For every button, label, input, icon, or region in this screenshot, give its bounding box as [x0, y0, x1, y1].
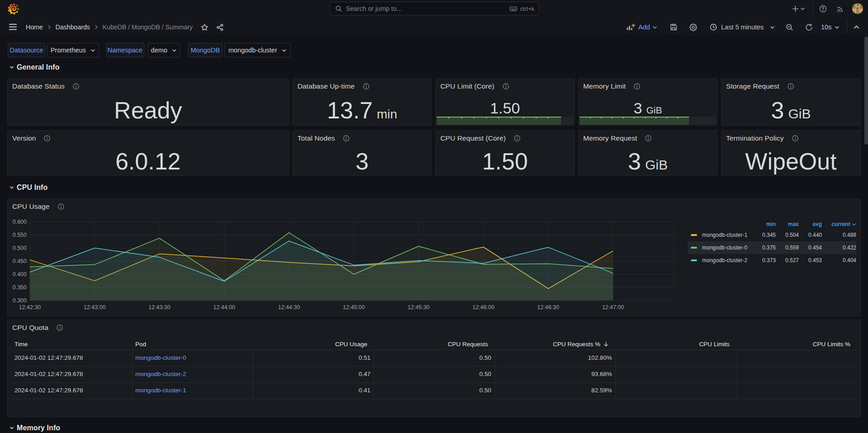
panel-database-status: Database StatusReady [7, 78, 289, 126]
panel-header[interactable]: Memory Request [579, 131, 717, 142]
legend-row-mongodb-cluster-2[interactable]: mongodb-cluster-20.3730.5270.4530.404 [688, 254, 856, 267]
pod-link[interactable]: mongodb-cluster-2 [135, 371, 186, 377]
add-button[interactable]: Add [626, 18, 657, 36]
time-range-picker[interactable]: Last 5 minutes [710, 18, 775, 36]
panel-memory-request: Memory Request3GiB [578, 130, 717, 176]
table-cell-pod[interactable]: mongodb-cluster-2 [135, 366, 250, 382]
add-button-label: Add [638, 24, 650, 31]
grafana-logo[interactable] [7, 3, 19, 15]
pod-link[interactable]: mongodb-cluster-0 [135, 354, 186, 361]
panel-cpu-limit: CPU Limit (Core)1.50 [435, 78, 575, 126]
legend-column-avg[interactable]: avg [799, 220, 822, 229]
variable-select-mongodb[interactable]: mongodb-cluster [224, 43, 291, 57]
panel-title: Database Up-time [297, 82, 355, 90]
table-cell-cpu_limits_pct [739, 382, 854, 399]
panel-title: CPU Limit (Core) [440, 82, 495, 90]
gauge-tick [634, 118, 635, 118]
legend-series-swatch [691, 247, 697, 249]
breadcrumb-home[interactable]: Home [26, 24, 43, 31]
share-icon[interactable] [216, 24, 224, 31]
info-icon[interactable] [73, 83, 79, 89]
favorite-star-icon[interactable] [201, 24, 208, 31]
section-memory-info[interactable]: Memory Info [9, 424, 60, 433]
search-input[interactable]: Search or jump to... ctrl+k [330, 2, 539, 15]
table-cell-cpu_limits_pct [739, 366, 854, 382]
info-icon[interactable] [634, 83, 640, 89]
menu-icon[interactable] [9, 23, 17, 31]
legend-column-max[interactable]: max [776, 220, 799, 229]
info-icon[interactable] [503, 83, 509, 89]
panel-header[interactable]: CPU Limit (Core) [436, 79, 574, 90]
panel-header[interactable]: CPU Quota [8, 320, 860, 332]
breadcrumb-dashboards[interactable]: Dashboards [56, 24, 90, 31]
table-header-cpu_requests_pct[interactable]: CPU Requests % [495, 338, 609, 351]
panel-header[interactable]: Termination Policy [722, 131, 860, 142]
table-header-pod[interactable]: Pod [135, 338, 250, 351]
table-header-cpu_requests[interactable]: CPU Requests [373, 338, 488, 351]
legend-row-mongodb-cluster-1[interactable]: mongodb-cluster-10.3450.5040.4400.489 [688, 229, 856, 241]
panel-title: Storage Request [726, 82, 779, 90]
panel-header[interactable]: Version [8, 131, 288, 142]
panel-header[interactable]: Memory Limit [579, 79, 717, 90]
new-plus-icon[interactable] [792, 5, 799, 12]
table-cell-time: 2024-01-02 12:47:29.678 [14, 382, 129, 399]
info-icon[interactable] [792, 135, 798, 141]
stat-value: 3GiB [579, 147, 717, 175]
zoom-out-icon[interactable] [786, 24, 793, 31]
legend-row-mongodb-cluster-0[interactable]: mongodb-cluster-00.3750.5590.4540.422 [688, 241, 856, 254]
table-header-cpu_limits[interactable]: CPU Limits [615, 338, 730, 351]
table-cell-cpu_usage: 0.41 [256, 382, 370, 399]
help-icon[interactable] [819, 5, 827, 13]
legend-column-current[interactable]: current [822, 220, 856, 229]
panel-header[interactable]: CPU Request (Core) [436, 131, 574, 142]
panel-title: Memory Request [583, 134, 637, 142]
info-icon[interactable] [788, 83, 794, 89]
table-header-time[interactable]: Time [14, 338, 129, 351]
refresh-icon[interactable] [805, 24, 813, 31]
user-avatar[interactable] [852, 3, 863, 14]
refresh-interval-picker[interactable]: 10s [821, 18, 840, 36]
section-general-info[interactable]: General Info [9, 63, 60, 72]
info-icon[interactable] [57, 325, 63, 331]
pod-link[interactable]: mongodb-cluster-1 [135, 387, 186, 394]
table-cell-cpu_limits [618, 350, 733, 366]
legend-value-max: 0.559 [776, 241, 799, 254]
table-column-divider [373, 350, 374, 399]
interval-chevron-down-icon [835, 25, 840, 29]
legend-column-min[interactable]: min [753, 220, 776, 229]
panel-title: Memory Limit [583, 82, 626, 90]
section-caret-down-icon [9, 425, 14, 431]
save-dashboard-icon[interactable] [670, 24, 677, 31]
table-cell-cpu_limits [618, 382, 733, 399]
panel-header[interactable]: Total Nodes [293, 131, 431, 142]
panel-header[interactable]: Database Up-time [293, 79, 431, 90]
gauge-tick [511, 118, 512, 118]
scrollbar-thumb[interactable] [864, 37, 868, 145]
variable-select-namespace[interactable]: demo [148, 43, 180, 57]
variable-chevron-down-icon [90, 48, 95, 52]
settings-gear-icon[interactable] [689, 24, 697, 31]
info-icon[interactable] [645, 135, 651, 141]
legend-value-min: 0.345 [753, 229, 776, 241]
table-header-cpu_usage[interactable]: CPU Usage [253, 338, 367, 351]
gauge-tick [656, 118, 656, 118]
new-chevron-down-icon[interactable] [800, 7, 805, 11]
variable-select-datasource[interactable]: Prometheus [47, 43, 99, 57]
section-cpu-info[interactable]: CPU Info [9, 183, 47, 192]
table-header-cpu_limits_pct[interactable]: CPU Limits % [736, 338, 850, 351]
info-icon[interactable] [44, 135, 50, 141]
info-icon[interactable] [363, 83, 369, 89]
info-icon[interactable] [343, 135, 349, 141]
gauge-tick [601, 118, 602, 118]
panel-header[interactable]: Database Status [8, 79, 288, 90]
table-cell-pod[interactable]: mongodb-cluster-0 [135, 350, 250, 366]
rss-icon[interactable] [837, 5, 844, 13]
sort-descending-icon [603, 341, 609, 347]
table-cell-pod[interactable]: mongodb-cluster-1 [135, 382, 250, 399]
info-icon[interactable] [514, 135, 520, 141]
table-column-divider [736, 350, 736, 399]
collapse-toolbar-caret-icon[interactable] [854, 24, 859, 29]
variable-label-datasource: Datasource [8, 43, 45, 57]
stat-value: 6.0.12 [8, 147, 288, 175]
panel-header[interactable]: Storage Request [722, 79, 860, 90]
